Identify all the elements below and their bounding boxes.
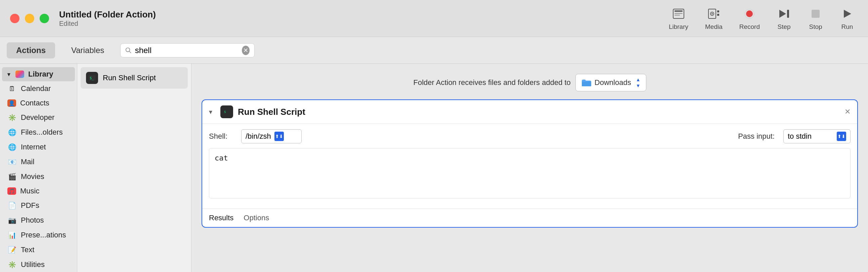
pdfs-icon: 📄 <box>7 201 17 210</box>
run-tool[interactable]: Run <box>840 6 855 31</box>
options-tab[interactable]: Options <box>244 214 269 222</box>
record-label: Record <box>739 23 760 31</box>
dropdown-arrow-icon: ▲ ▼ <box>636 77 641 88</box>
sidebar-item-contacts[interactable]: 👤 Contacts <box>2 96 75 110</box>
svg-marker-14 <box>844 10 851 18</box>
presentations-icon: 📊 <box>7 230 17 240</box>
search-icon <box>125 47 131 54</box>
stop-icon <box>808 6 823 21</box>
step-tool[interactable]: Step <box>777 6 792 31</box>
folder-action-bar: Folder Action receives files and folders… <box>202 74 858 91</box>
folder-dropdown[interactable]: Downloads ▲ ▼ <box>576 74 646 91</box>
minimize-button[interactable] <box>25 14 34 23</box>
library-color-icon <box>16 70 24 78</box>
code-editor[interactable]: cat <box>209 148 850 199</box>
stop-tool[interactable]: Stop <box>808 6 823 31</box>
script-card-header: ▾ $ Run Shell Script ✕ <box>202 100 857 124</box>
svg-point-8 <box>711 13 713 14</box>
media-label: Media <box>705 23 722 31</box>
sidebar-text-label: Text <box>21 245 34 254</box>
search-input[interactable] <box>135 46 239 55</box>
library-icon <box>671 6 686 21</box>
script-card: ▾ $ Run Shell Script ✕ Shell: /bin/zsh <box>202 99 858 228</box>
folder-action-description: Folder Action receives files and folders… <box>413 78 570 87</box>
sidebar-internet-label: Internet <box>21 143 46 151</box>
shell-row: Shell: /bin/zsh ⬆⬇ Pass input: to stdin … <box>209 129 850 143</box>
sidebar-item-mail[interactable]: 📧 Mail <box>2 154 75 169</box>
chevron-down-icon: ▾ <box>7 71 10 78</box>
record-tool[interactable]: Record <box>739 6 760 31</box>
pass-input-select[interactable]: to stdin ⬆⬇ <box>783 129 850 143</box>
search-container: ✕ <box>120 43 255 57</box>
media-icon <box>706 6 721 21</box>
sidebar-presentations-label: Prese...ations <box>21 231 66 239</box>
folder-name: Downloads <box>595 78 631 87</box>
variables-tab[interactable]: Variables <box>62 42 114 58</box>
sidebar-library-header[interactable]: ▾ Library <box>2 67 75 81</box>
sidebar-music-label: Music <box>20 187 39 195</box>
sidebar-item-calendar[interactable]: 🗓 Calendar <box>2 81 75 96</box>
step-icon <box>777 6 792 21</box>
collapse-icon[interactable]: ▾ <box>209 108 212 116</box>
shell-value: /bin/zsh <box>246 132 271 141</box>
run-shell-script-icon: $_ <box>86 72 98 84</box>
sidebar-item-photos[interactable]: 📷 Photos <box>2 213 75 228</box>
sidebar-item-utilities[interactable]: ✳️ Utilities <box>2 257 75 272</box>
text-icon: 📝 <box>7 245 17 254</box>
sidebar-pdfs-label: PDFs <box>21 201 39 210</box>
svg-marker-11 <box>779 10 786 18</box>
svg-rect-1 <box>675 10 683 12</box>
sidebar-item-movies[interactable]: 🎬 Movies <box>2 169 75 184</box>
search-clear-button[interactable]: ✕ <box>242 46 250 55</box>
pass-input-arrow-icon: ⬆⬇ <box>837 132 846 141</box>
sidebar: ▾ Library 🗓 Calendar 👤 Contacts ✳️ Devel… <box>0 64 77 272</box>
svg-rect-2 <box>675 13 683 14</box>
sidebar-item-presentations[interactable]: 📊 Prese...ations <box>2 228 75 242</box>
script-footer: Results Options <box>202 209 857 227</box>
utilities-icon: ✳️ <box>7 260 17 269</box>
library-tool[interactable]: Library <box>669 6 688 31</box>
close-button[interactable] <box>10 14 20 23</box>
svg-rect-12 <box>787 10 789 18</box>
sidebar-item-developer[interactable]: ✳️ Developer <box>2 110 75 125</box>
sidebar-item-pdfs[interactable]: 📄 PDFs <box>2 198 75 213</box>
svg-rect-5 <box>717 10 719 12</box>
svg-rect-3 <box>675 15 680 16</box>
step-label: Step <box>777 23 790 31</box>
run-shell-script-item[interactable]: $_ Run Shell Script <box>81 67 188 89</box>
internet-icon: 🌐 <box>7 142 17 152</box>
script-close-button[interactable]: ✕ <box>844 108 850 116</box>
actions-tab[interactable]: Actions <box>7 42 55 58</box>
app-title: Untitled (Folder Action) <box>59 9 156 20</box>
sidebar-contacts-label: Contacts <box>20 99 50 108</box>
stop-label: Stop <box>809 23 822 31</box>
svg-rect-6 <box>717 14 719 16</box>
results-tab[interactable]: Results <box>209 214 234 222</box>
sidebar-mail-label: Mail <box>21 157 34 166</box>
media-tool[interactable]: Media <box>705 6 722 31</box>
sidebar-files-label: Files...olders <box>21 128 63 137</box>
sidebar-utilities-label: Utilities <box>21 260 45 269</box>
sidebar-item-text[interactable]: 📝 Text <box>2 242 75 257</box>
shell-select[interactable]: /bin/zsh ⬆⬇ <box>241 129 302 143</box>
developer-icon: ✳️ <box>7 113 17 122</box>
sidebar-item-files[interactable]: 🌐 Files...olders <box>2 125 75 140</box>
svg-line-16 <box>129 51 131 53</box>
maximize-button[interactable] <box>40 14 49 23</box>
svg-rect-13 <box>812 10 819 18</box>
script-card-title: Run Shell Script <box>238 107 840 117</box>
toolbar: Actions Variables ✕ <box>0 37 868 64</box>
app-subtitle: Edited <box>59 20 156 28</box>
pass-input-label: Pass input: <box>738 132 775 141</box>
script-header-icon: $ <box>220 105 233 118</box>
mail-icon: 📧 <box>7 157 17 167</box>
middle-panel: $_ Run Shell Script <box>77 64 191 272</box>
run-icon <box>840 6 855 21</box>
sidebar-item-internet[interactable]: 🌐 Internet <box>2 140 75 154</box>
contacts-icon: 👤 <box>7 99 16 107</box>
photos-icon: 📷 <box>7 216 17 225</box>
main-layout: ▾ Library 🗓 Calendar 👤 Contacts ✳️ Devel… <box>0 64 868 272</box>
library-label: Library <box>669 23 688 31</box>
sidebar-item-music[interactable]: 🎵 Music <box>2 184 75 198</box>
movies-icon: 🎬 <box>7 172 17 181</box>
